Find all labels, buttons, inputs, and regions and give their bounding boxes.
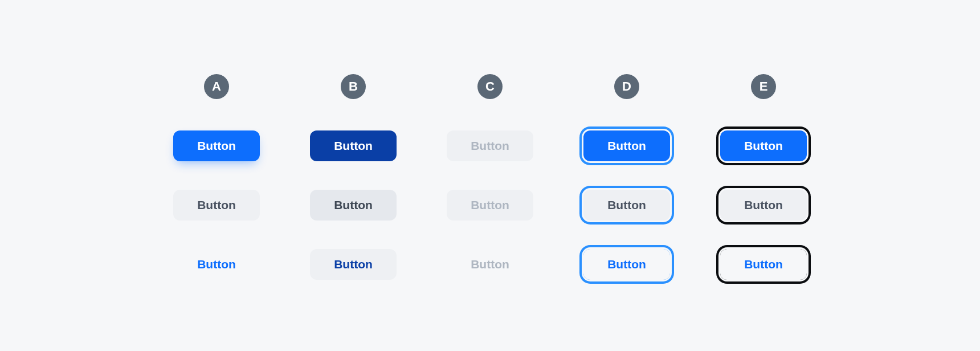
tertiary-button-active[interactable]: Button xyxy=(310,249,397,280)
button-label: Button xyxy=(334,139,373,153)
button-label: Button xyxy=(334,198,373,212)
button-label: Button xyxy=(607,258,646,271)
button-label: Button xyxy=(471,198,509,212)
column-header-a: A xyxy=(204,74,229,99)
button-label: Button xyxy=(744,198,783,212)
primary-button-disabled: Button xyxy=(447,130,533,161)
column-header-label: A xyxy=(212,79,221,94)
button-states-grid: A B C D E Button Button Button Button Bu… xyxy=(165,70,815,281)
column-header-e: E xyxy=(751,74,776,99)
column-header-c: C xyxy=(477,74,503,99)
column-header-label: B xyxy=(349,79,358,94)
secondary-button-disabled: Button xyxy=(447,190,533,221)
button-label: Button xyxy=(197,139,236,153)
button-label: Button xyxy=(471,139,509,153)
button-label: Button xyxy=(197,198,236,212)
tertiary-button-default[interactable]: Button xyxy=(173,249,260,280)
secondary-button-focus-brand[interactable]: Button xyxy=(583,190,670,221)
column-header-label: C xyxy=(485,79,495,94)
tertiary-button-disabled: Button xyxy=(447,249,533,280)
button-label: Button xyxy=(471,258,509,271)
tertiary-button-focus-black[interactable]: Button xyxy=(720,249,807,280)
button-label: Button xyxy=(607,139,646,153)
primary-button-focus-brand[interactable]: Button xyxy=(583,130,670,161)
column-header-label: E xyxy=(760,79,768,94)
tertiary-button-focus-brand[interactable]: Button xyxy=(583,249,670,280)
button-label: Button xyxy=(744,139,783,153)
primary-button-focus-black[interactable]: Button xyxy=(720,130,807,161)
secondary-button-focus-black[interactable]: Button xyxy=(720,190,807,221)
primary-button-default[interactable]: Button xyxy=(173,130,260,161)
button-label: Button xyxy=(607,198,646,212)
button-label: Button xyxy=(744,258,783,271)
secondary-button-default[interactable]: Button xyxy=(173,190,260,221)
column-header-d: D xyxy=(614,74,639,99)
button-label: Button xyxy=(197,258,236,271)
primary-button-active[interactable]: Button xyxy=(310,130,397,161)
column-header-label: D xyxy=(622,79,631,94)
button-label: Button xyxy=(334,258,373,271)
column-header-b: B xyxy=(341,74,366,99)
secondary-button-active[interactable]: Button xyxy=(310,190,397,221)
